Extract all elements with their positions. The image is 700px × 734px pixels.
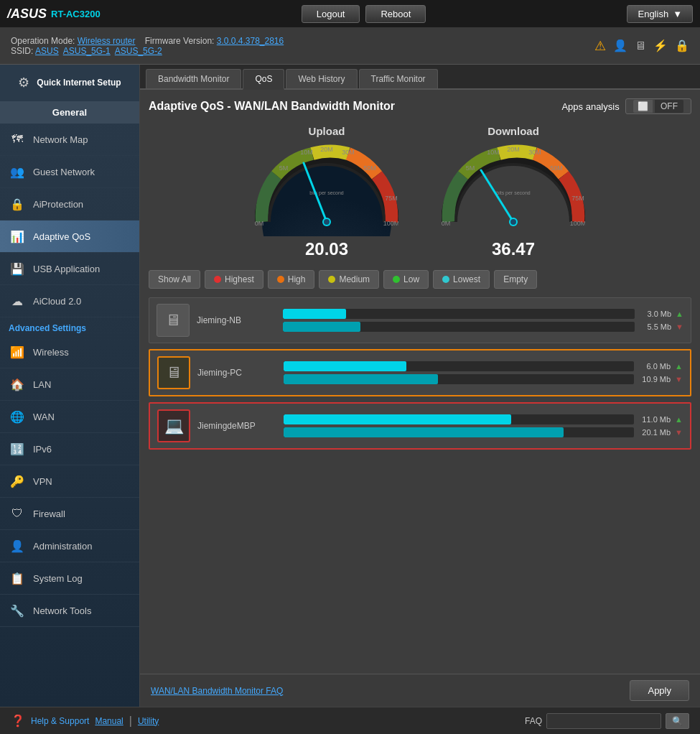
sidebar-item-lan[interactable]: 🏠 LAN xyxy=(0,368,139,401)
download-value-nb: 5.5 Mb xyxy=(639,322,671,331)
bandwidth-monitor-faq-link[interactable]: WAN/LAN Bandwidth Monitor FAQ xyxy=(151,686,283,696)
manual-link[interactable]: Manual xyxy=(95,716,123,726)
sidebar-label-network-tools: Network Tools xyxy=(33,605,91,616)
sidebar-label-guest-network: Guest Network xyxy=(33,167,95,177)
upload-bar-fill-pc xyxy=(284,361,406,371)
svg-text:30M: 30M xyxy=(342,149,355,156)
ssid2[interactable]: ASUS_5G-1 xyxy=(63,46,111,56)
sidebar-item-administration[interactable]: 👤 Administration xyxy=(0,530,139,562)
pc2-icon: 🖥 xyxy=(166,363,182,382)
filter-medium[interactable]: Medium xyxy=(319,270,379,289)
tab-web-history[interactable]: Web History xyxy=(286,69,357,88)
info-bar: Operation Mode: Wireless router Firmware… xyxy=(0,27,700,65)
user-icon[interactable]: 👤 xyxy=(613,39,627,52)
sidebar-label-usb-application: USB Application xyxy=(33,264,100,274)
faq-search-button[interactable]: 🔍 xyxy=(666,713,689,729)
logout-button[interactable]: Logout xyxy=(302,5,360,23)
download-gauge-container: Download 0M 5M 10M xyxy=(442,125,585,259)
device-row-jieming-pc[interactable]: 🖥 Jieming-PC 6.0 Mb ▲ xyxy=(149,349,691,396)
filter-highest[interactable]: Highest xyxy=(205,270,263,289)
upload-value-nb: 3.0 Mb xyxy=(639,310,671,318)
monitor-icon[interactable]: 🖥 xyxy=(635,40,646,52)
quick-setup-icon: ⚙ xyxy=(18,75,29,90)
sidebar-item-wireless[interactable]: 📶 Wireless xyxy=(0,336,139,368)
device-name-mbp: JiemingdeMBP xyxy=(197,421,276,431)
sidebar-item-adaptive-qos[interactable]: 📊 Adaptive QoS xyxy=(0,220,139,253)
sidebar-item-firewall[interactable]: 🛡 Firewall xyxy=(0,498,139,530)
tab-bandwidth-monitor[interactable]: Bandwidth Monitor xyxy=(146,69,241,88)
aiprotection-icon: 🔒 xyxy=(9,195,26,213)
toggle-state: OFF xyxy=(655,100,683,113)
help-support-link[interactable]: Help & Support xyxy=(31,716,89,726)
sidebar-item-aiprotection[interactable]: 🔒 AiProtection xyxy=(0,188,139,220)
svg-text:10M: 10M xyxy=(300,149,313,156)
download-arrow-pc: ▼ xyxy=(675,375,683,384)
upload-bar-row-nb: 3.0 Mb ▲ xyxy=(283,309,683,319)
operation-mode-value[interactable]: Wireless router xyxy=(78,36,136,46)
device-row-jieming-mbp[interactable]: 💻 JiemingdeMBP 11.0 Mb ▲ xyxy=(149,402,691,450)
sidebar-item-wan[interactable]: 🌐 WAN xyxy=(0,401,139,433)
faq-search-input[interactable] xyxy=(546,713,661,729)
sidebar-label-wireless: Wireless xyxy=(33,347,69,358)
svg-text:30M: 30M xyxy=(528,149,541,156)
layout: ⚙ Quick Internet Setup General 🗺 Network… xyxy=(0,65,700,707)
filter-low[interactable]: Low xyxy=(383,270,429,289)
apps-analysis-toggle[interactable]: ⬜ OFF xyxy=(625,98,691,114)
lan-icon: 🏠 xyxy=(9,376,26,393)
tab-traffic-monitor[interactable]: Traffic Monitor xyxy=(359,69,438,88)
apply-bar: WAN/LAN Bandwidth Monitor FAQ Apply xyxy=(140,674,700,707)
download-bar-row-nb: 5.5 Mb ▼ xyxy=(283,322,683,332)
upload-bar-bg-mbp xyxy=(284,414,634,424)
show-all-label: Show All xyxy=(158,274,191,284)
sidebar-item-usb-application[interactable]: 💾 USB Application xyxy=(0,253,139,285)
sidebar-general-header: General xyxy=(0,101,139,124)
bars-pc: 6.0 Mb ▲ 10.9 Mb ▼ xyxy=(284,361,683,384)
upload-bar-row-mbp: 11.0 Mb ▲ xyxy=(284,414,683,424)
upload-value-pc: 6.0 Mb xyxy=(638,362,671,371)
sidebar-item-aicloud[interactable]: ☁ AiCloud 2.0 xyxy=(0,285,139,317)
ssid3[interactable]: ASUS_5G-2 xyxy=(115,46,162,56)
tab-qos[interactable]: QoS xyxy=(243,69,284,90)
vpn-icon: 🔑 xyxy=(9,473,26,490)
language-button[interactable]: English ▼ xyxy=(627,5,693,23)
device-icon-nb: 🖥 xyxy=(157,304,190,337)
firmware-value[interactable]: 3.0.0.4.378_2816 xyxy=(217,36,284,46)
utility-link[interactable]: Utility xyxy=(138,716,159,726)
upload-arrow-pc: ▲ xyxy=(675,362,683,371)
sidebar-item-vpn[interactable]: 🔑 VPN xyxy=(0,465,139,498)
filter-empty[interactable]: Empty xyxy=(494,270,537,289)
sidebar-item-guest-network[interactable]: 👥 Guest Network xyxy=(0,156,139,188)
faq-label: FAQ xyxy=(525,716,542,726)
filter-high[interactable]: High xyxy=(268,270,315,289)
upload-arrow-nb: ▲ xyxy=(676,310,683,318)
usb-icon[interactable]: ⚡ xyxy=(653,39,668,52)
logo-model: RT-AC3200 xyxy=(51,9,101,19)
upload-bar-row-pc: 6.0 Mb ▲ xyxy=(284,361,683,371)
highest-dot xyxy=(214,276,221,283)
tabs: Bandwidth Monitor QoS Web History Traffi… xyxy=(140,65,700,90)
upload-gauge-svg: 0M 5M 10M 20M 30M 50M 75M 100M bits per … xyxy=(255,143,398,236)
apps-analysis-label: Apps analysis xyxy=(561,101,619,112)
medium-dot xyxy=(328,276,335,283)
filter-show-all[interactable]: Show All xyxy=(149,270,200,289)
filter-lowest[interactable]: Lowest xyxy=(433,270,490,289)
svg-text:bits per second: bits per second xyxy=(496,190,531,196)
svg-line-22 xyxy=(481,170,513,222)
sidebar-item-network-map[interactable]: 🗺 Network Map xyxy=(0,124,139,156)
download-value: 36.47 xyxy=(492,239,535,259)
device-row-jieming-nb[interactable]: 🖥 Jieming-NB 3.0 Mb ▲ xyxy=(149,297,691,343)
sidebar-item-system-log[interactable]: 📋 System Log xyxy=(0,562,139,595)
sidebar-item-network-tools[interactable]: 🔧 Network Tools xyxy=(0,595,139,627)
svg-text:50M: 50M xyxy=(550,164,563,172)
firewall-icon: 🛡 xyxy=(9,505,26,522)
sidebar-label-wan: WAN xyxy=(33,412,55,422)
sidebar-item-quick-internet-setup[interactable]: ⚙ Quick Internet Setup xyxy=(0,65,139,101)
apply-button[interactable]: Apply xyxy=(630,680,689,701)
svg-text:75M: 75M xyxy=(385,195,398,202)
sidebar-item-ipv6[interactable]: 🔢 IPv6 xyxy=(0,433,139,465)
sidebar-label-aicloud: AiCloud 2.0 xyxy=(33,296,81,307)
reboot-button[interactable]: Reboot xyxy=(365,5,426,23)
lock-icon[interactable]: 🔒 xyxy=(675,39,689,52)
notification-icon[interactable]: ⚠ xyxy=(594,38,606,54)
ssid1[interactable]: ASUS xyxy=(35,46,59,56)
